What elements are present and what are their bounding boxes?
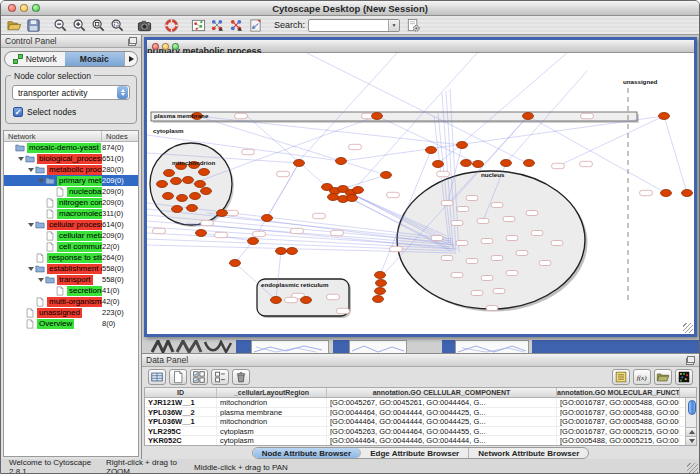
table-row[interactable]: YPL036W__2plasma membrane[GO:0044464, GO… xyxy=(145,408,696,418)
nucleus-node[interactable] xyxy=(486,306,498,311)
tree-row[interactable]: cellular process614(0) xyxy=(4,219,138,230)
tree-row[interactable]: Overview8(0) xyxy=(4,318,138,329)
table-cell[interactable]: [GO:0045267, GO:0045261, GO:0044464, G..… xyxy=(327,398,557,407)
network-node-label-pill[interactable] xyxy=(327,294,340,299)
network-node[interactable] xyxy=(187,205,198,212)
nucleus-node[interactable] xyxy=(493,289,505,294)
table-cell[interactable]: YKR052C xyxy=(145,436,217,445)
tab-mosaic[interactable]: Mosaic xyxy=(65,52,125,66)
hide-selected-edges-button[interactable] xyxy=(228,17,244,33)
tabs-overflow-button[interactable] xyxy=(124,52,137,66)
nucleus-node[interactable] xyxy=(456,241,468,246)
table-cell[interactable]: cytoplasm xyxy=(217,427,327,436)
table-row[interactable]: YDR039C__1mitochondrion[GO:0044464, GO:0… xyxy=(145,446,696,447)
network-node-label-pill[interactable] xyxy=(215,232,228,237)
minimize-button[interactable] xyxy=(162,43,169,50)
attribute-batch-button[interactable] xyxy=(148,369,166,385)
network-node[interactable] xyxy=(190,193,201,200)
tree-row[interactable]: response to stimul264(0) xyxy=(4,252,138,263)
network-node[interactable] xyxy=(195,181,206,188)
nucleus-node[interactable] xyxy=(457,207,469,212)
zoom-button[interactable] xyxy=(172,43,179,50)
nucleus-node[interactable] xyxy=(491,203,503,208)
table-cell[interactable]: [GO:0016787, GO:0005488, GO:0005215, G..… xyxy=(557,408,680,417)
expander-icon[interactable] xyxy=(17,157,25,161)
network-node[interactable] xyxy=(199,169,210,176)
table-column-header[interactable]: _cellularLayoutRegion xyxy=(217,388,327,397)
scrollbar-thumb[interactable] xyxy=(688,400,696,415)
table-column-header[interactable]: ID xyxy=(145,388,217,397)
search-config-button[interactable] xyxy=(405,17,421,33)
expander-icon[interactable] xyxy=(37,179,45,183)
table-cell[interactable]: [GO:0044464, GO:0044444, GO:0044425, G..… xyxy=(327,408,557,417)
import-attributes-button[interactable] xyxy=(612,369,630,385)
nucleus-node[interactable] xyxy=(451,273,463,278)
nucleus-node[interactable] xyxy=(539,261,551,266)
table-scrollbar[interactable] xyxy=(685,398,696,445)
network-node[interactable] xyxy=(172,206,183,213)
expander-icon[interactable] xyxy=(27,267,35,271)
background-window-sliver[interactable] xyxy=(349,340,407,353)
nucleus-node[interactable] xyxy=(506,271,518,276)
table-cell[interactable]: mitochondrion xyxy=(217,446,327,447)
network-node-label-pill[interactable] xyxy=(253,231,266,236)
nucleus-node[interactable] xyxy=(506,236,518,241)
search-dropdown-arrow[interactable]: ▼ xyxy=(388,20,399,31)
network-node-label-pill[interactable] xyxy=(242,149,255,154)
table-row[interactable]: YPL036W__1mitochondrion[GO:0044464, GO:0… xyxy=(145,417,696,427)
zoom-in-button[interactable] xyxy=(71,17,87,33)
network-node-label-pill[interactable] xyxy=(331,230,344,235)
tree-row[interactable]: nucleobase-209(0) xyxy=(4,186,138,197)
tab-edge-attribute-browser[interactable]: Edge Attribute Browser xyxy=(361,448,469,458)
tree-row[interactable]: biological_process651(0) xyxy=(4,153,138,164)
network-node[interactable] xyxy=(461,160,472,167)
expander-icon[interactable] xyxy=(27,223,35,227)
network-node-label-pill[interactable] xyxy=(437,171,450,176)
overview-window-button[interactable] xyxy=(190,17,206,33)
background-window-border[interactable] xyxy=(236,340,251,353)
network-node[interactable] xyxy=(287,248,298,255)
tab-network-attribute-browser[interactable]: Network Attribute Browser xyxy=(469,448,588,458)
network-node[interactable] xyxy=(271,297,282,304)
network-node[interactable] xyxy=(201,188,212,195)
network-node[interactable] xyxy=(375,288,386,295)
expander-icon[interactable] xyxy=(27,168,35,172)
network-node[interactable] xyxy=(177,195,188,202)
network-node[interactable] xyxy=(157,181,168,188)
tree-row[interactable]: secretion41(0) xyxy=(4,285,138,296)
tab-node-attribute-browser[interactable]: Node Attribute Browser xyxy=(253,448,362,458)
network-node[interactable] xyxy=(276,248,287,255)
network-node-label-pill[interactable] xyxy=(390,246,403,251)
table-cell[interactable]: [GO:0044464, GO:0044444, GO:0044425, G..… xyxy=(327,417,557,426)
network-node[interactable] xyxy=(682,190,693,197)
tree-row[interactable]: primary metabo209(0) xyxy=(4,175,138,186)
network-node[interactable] xyxy=(262,215,273,222)
select-nodes-checkbox[interactable]: ✓ xyxy=(13,107,23,117)
network-node[interactable] xyxy=(183,177,194,184)
network-node-label-pill[interactable] xyxy=(291,228,304,233)
table-cell[interactable]: cytoplasm xyxy=(217,436,327,445)
network-node-label-pill[interactable] xyxy=(337,308,350,313)
table-cell[interactable]: [GO:0044464, GO:0044444, GO:0044425, G..… xyxy=(327,446,557,447)
close-button[interactable] xyxy=(152,43,159,50)
tree-row[interactable]: metabolic process280(0) xyxy=(4,164,138,175)
background-window-sliver[interactable] xyxy=(251,340,329,353)
network-node[interactable] xyxy=(523,113,534,120)
nucleus-node[interactable] xyxy=(531,231,543,236)
tree-row[interactable]: multi-organism pro42(0) xyxy=(4,296,138,307)
tree-row[interactable]: macromolecule311(0) xyxy=(4,208,138,219)
background-window-border[interactable] xyxy=(333,340,349,353)
nucleus-node[interactable] xyxy=(471,291,483,296)
network-node[interactable] xyxy=(457,142,468,149)
background-window-sliver[interactable] xyxy=(455,340,529,353)
network-node[interactable] xyxy=(501,160,512,167)
network-node[interactable] xyxy=(659,113,670,120)
scroll-up-button[interactable] xyxy=(686,427,697,436)
table-column-header[interactable]: annotation.GO MOLECULAR_FUNCTION xyxy=(557,388,680,397)
table-row[interactable]: YKR052Ccytoplasm[GO:0044464, GO:0044446,… xyxy=(145,436,696,446)
snapshot-button[interactable] xyxy=(136,17,152,33)
nucleus-node[interactable] xyxy=(481,239,493,244)
network-node[interactable] xyxy=(294,160,305,167)
table-cell[interactable]: mitochondrion xyxy=(217,398,327,407)
zoom-selected-button[interactable] xyxy=(90,17,106,33)
